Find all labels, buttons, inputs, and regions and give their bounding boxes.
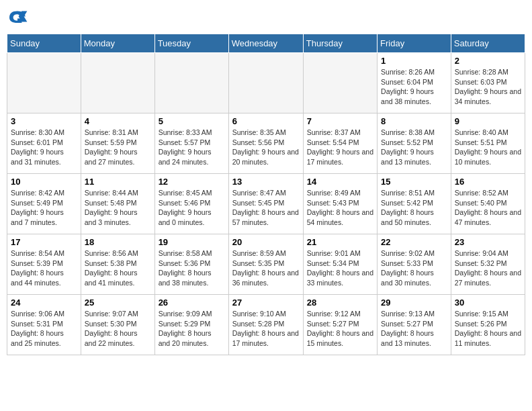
day-info: Sunrise: 8:28 AM Sunset: 6:03 PM Dayligh… — [455, 67, 521, 107]
day-number: 15 — [381, 177, 447, 187]
day-number: 30 — [455, 298, 521, 308]
day-info: Sunrise: 8:40 AM Sunset: 5:51 PM Dayligh… — [455, 128, 521, 167]
day-info: Sunrise: 9:02 AM Sunset: 5:33 PM Dayligh… — [381, 248, 447, 288]
calendar-day-cell: 22Sunrise: 9:02 AM Sunset: 5:33 PM Dayli… — [378, 234, 451, 295]
day-info: Sunrise: 8:26 AM Sunset: 6:04 PM Dayligh… — [381, 67, 447, 107]
calendar-day-cell: 17Sunrise: 8:54 AM Sunset: 5:39 PM Dayli… — [7, 234, 81, 295]
day-number: 18 — [85, 237, 151, 247]
calendar-table: SundayMondayTuesdayWednesdayThursdayFrid… — [7, 34, 525, 355]
day-info: Sunrise: 8:47 AM Sunset: 5:45 PM Dayligh… — [232, 188, 300, 228]
day-number: 12 — [159, 177, 225, 187]
calendar-week-row: 24Sunrise: 9:06 AM Sunset: 5:31 PM Dayli… — [7, 295, 525, 355]
calendar-day-cell: 29Sunrise: 9:13 AM Sunset: 5:27 PM Dayli… — [378, 295, 451, 355]
day-info: Sunrise: 9:04 AM Sunset: 5:32 PM Dayligh… — [455, 248, 521, 288]
day-info: Sunrise: 9:15 AM Sunset: 5:26 PM Dayligh… — [455, 309, 521, 349]
day-number: 19 — [159, 237, 225, 247]
calendar-day-cell — [228, 53, 303, 113]
calendar-day-cell: 10Sunrise: 8:42 AM Sunset: 5:49 PM Dayli… — [7, 174, 81, 234]
calendar-header-cell: Monday — [81, 34, 154, 53]
day-info: Sunrise: 9:01 AM Sunset: 5:34 PM Dayligh… — [307, 248, 373, 288]
day-info: Sunrise: 8:49 AM Sunset: 5:43 PM Dayligh… — [307, 188, 373, 228]
calendar-day-cell: 25Sunrise: 9:07 AM Sunset: 5:30 PM Dayli… — [81, 295, 154, 355]
calendar-header-cell: Tuesday — [154, 34, 228, 53]
calendar-day-cell: 8Sunrise: 8:38 AM Sunset: 5:52 PM Daylig… — [378, 113, 451, 174]
day-info: Sunrise: 8:42 AM Sunset: 5:49 PM Dayligh… — [11, 188, 77, 228]
day-number: 13 — [232, 177, 300, 187]
day-number: 6 — [232, 116, 300, 126]
day-number: 11 — [85, 177, 151, 187]
day-number: 24 — [11, 298, 77, 308]
calendar-day-cell: 9Sunrise: 8:40 AM Sunset: 5:51 PM Daylig… — [451, 113, 525, 174]
day-number: 2 — [455, 56, 521, 66]
day-number: 8 — [381, 116, 447, 126]
day-number: 7 — [307, 116, 373, 126]
day-info: Sunrise: 8:52 AM Sunset: 5:40 PM Dayligh… — [455, 188, 521, 228]
day-number: 29 — [381, 298, 447, 308]
calendar-day-cell: 28Sunrise: 9:12 AM Sunset: 5:27 PM Dayli… — [303, 295, 377, 355]
day-number: 22 — [381, 237, 447, 247]
calendar-header-row: SundayMondayTuesdayWednesdayThursdayFrid… — [7, 34, 525, 53]
calendar-header-cell: Sunday — [7, 34, 81, 53]
calendar-day-cell: 1Sunrise: 8:26 AM Sunset: 6:04 PM Daylig… — [378, 53, 451, 113]
day-info: Sunrise: 8:45 AM Sunset: 5:46 PM Dayligh… — [159, 188, 225, 228]
calendar-day-cell: 20Sunrise: 8:59 AM Sunset: 5:35 PM Dayli… — [228, 234, 303, 295]
day-number: 4 — [85, 116, 151, 126]
day-number: 26 — [159, 298, 225, 308]
day-info: Sunrise: 8:51 AM Sunset: 5:42 PM Dayligh… — [381, 188, 447, 228]
calendar-day-cell — [154, 53, 228, 113]
day-info: Sunrise: 8:56 AM Sunset: 5:38 PM Dayligh… — [85, 248, 151, 288]
calendar-day-cell: 23Sunrise: 9:04 AM Sunset: 5:32 PM Dayli… — [451, 234, 525, 295]
calendar-day-cell — [7, 53, 81, 113]
day-info: Sunrise: 9:09 AM Sunset: 5:29 PM Dayligh… — [159, 309, 225, 349]
calendar-header-cell: Saturday — [451, 34, 525, 53]
calendar-header-cell: Wednesday — [228, 34, 303, 53]
calendar-day-cell — [81, 53, 154, 113]
day-info: Sunrise: 8:44 AM Sunset: 5:48 PM Dayligh… — [85, 188, 151, 228]
calendar-day-cell — [303, 53, 377, 113]
day-info: Sunrise: 8:38 AM Sunset: 5:52 PM Dayligh… — [381, 128, 447, 167]
calendar-day-cell: 2Sunrise: 8:28 AM Sunset: 6:03 PM Daylig… — [451, 53, 525, 113]
calendar-day-cell: 5Sunrise: 8:33 AM Sunset: 5:57 PM Daylig… — [154, 113, 228, 174]
day-number: 21 — [307, 237, 373, 247]
calendar-day-cell: 15Sunrise: 8:51 AM Sunset: 5:42 PM Dayli… — [378, 174, 451, 234]
day-number: 3 — [11, 116, 77, 126]
calendar-day-cell: 12Sunrise: 8:45 AM Sunset: 5:46 PM Dayli… — [154, 174, 228, 234]
day-info: Sunrise: 9:10 AM Sunset: 5:28 PM Dayligh… — [232, 309, 300, 349]
day-info: Sunrise: 8:58 AM Sunset: 5:36 PM Dayligh… — [159, 248, 225, 288]
calendar-day-cell: 24Sunrise: 9:06 AM Sunset: 5:31 PM Dayli… — [7, 295, 81, 355]
day-number: 10 — [11, 177, 77, 187]
day-info: Sunrise: 9:12 AM Sunset: 5:27 PM Dayligh… — [307, 309, 373, 349]
calendar-day-cell: 18Sunrise: 8:56 AM Sunset: 5:38 PM Dayli… — [81, 234, 154, 295]
calendar-day-cell: 13Sunrise: 8:47 AM Sunset: 5:45 PM Dayli… — [228, 174, 303, 234]
calendar-body: 1Sunrise: 8:26 AM Sunset: 6:04 PM Daylig… — [7, 53, 525, 355]
calendar-week-row: 1Sunrise: 8:26 AM Sunset: 6:04 PM Daylig… — [7, 53, 525, 113]
page-header — [7, 7, 525, 28]
calendar-day-cell: 16Sunrise: 8:52 AM Sunset: 5:40 PM Dayli… — [451, 174, 525, 234]
day-number: 27 — [232, 298, 300, 308]
calendar-day-cell: 11Sunrise: 8:44 AM Sunset: 5:48 PM Dayli… — [81, 174, 154, 234]
calendar-day-cell: 6Sunrise: 8:35 AM Sunset: 5:56 PM Daylig… — [228, 113, 303, 174]
day-info: Sunrise: 9:13 AM Sunset: 5:27 PM Dayligh… — [381, 309, 447, 349]
day-number: 25 — [85, 298, 151, 308]
day-number: 17 — [11, 237, 77, 247]
day-number: 14 — [307, 177, 373, 187]
day-number: 1 — [381, 56, 447, 66]
day-number: 9 — [455, 116, 521, 126]
day-info: Sunrise: 8:31 AM Sunset: 5:59 PM Dayligh… — [85, 128, 151, 167]
calendar-header-cell: Thursday — [303, 34, 377, 53]
day-info: Sunrise: 8:30 AM Sunset: 6:01 PM Dayligh… — [11, 128, 77, 167]
calendar-day-cell: 26Sunrise: 9:09 AM Sunset: 5:29 PM Dayli… — [154, 295, 228, 355]
day-number: 20 — [232, 237, 300, 247]
day-number: 16 — [455, 177, 521, 187]
day-number: 28 — [307, 298, 373, 308]
calendar-day-cell: 3Sunrise: 8:30 AM Sunset: 6:01 PM Daylig… — [7, 113, 81, 174]
day-number: 5 — [159, 116, 225, 126]
day-info: Sunrise: 8:35 AM Sunset: 5:56 PM Dayligh… — [232, 128, 300, 167]
calendar-day-cell: 30Sunrise: 9:15 AM Sunset: 5:26 PM Dayli… — [451, 295, 525, 355]
logo — [7, 7, 31, 28]
calendar-week-row: 3Sunrise: 8:30 AM Sunset: 6:01 PM Daylig… — [7, 113, 525, 174]
calendar-week-row: 17Sunrise: 8:54 AM Sunset: 5:39 PM Dayli… — [7, 234, 525, 295]
calendar-week-row: 10Sunrise: 8:42 AM Sunset: 5:49 PM Dayli… — [7, 174, 525, 234]
day-info: Sunrise: 8:33 AM Sunset: 5:57 PM Dayligh… — [159, 128, 225, 167]
calendar-day-cell: 21Sunrise: 9:01 AM Sunset: 5:34 PM Dayli… — [303, 234, 377, 295]
